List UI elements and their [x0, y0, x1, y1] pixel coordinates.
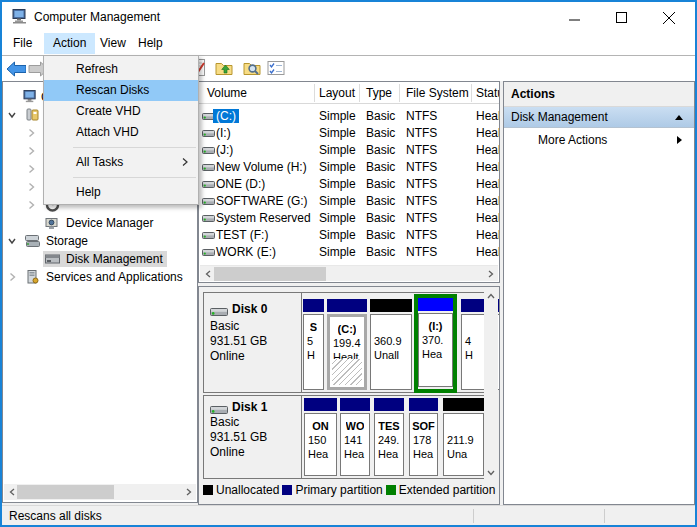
chevron-collapsed-icon[interactable]: [26, 182, 36, 192]
status-text: Rescans all disks: [9, 509, 102, 523]
actions-section-disk-management[interactable]: Disk Management: [504, 107, 694, 128]
submenu-chevron-icon: [182, 157, 188, 167]
tree-scrollbar-thumb[interactable]: [17, 485, 114, 499]
chevron-expanded-icon[interactable]: [7, 236, 17, 246]
partition-i-extended[interactable]: (I:) 370. Hea: [414, 294, 457, 393]
disk-1-label[interactable]: Disk 1 Basic 931.51 GB Online: [204, 396, 302, 478]
partition-unallocated[interactable]: 360.9 Unall: [370, 299, 412, 390]
back-arrow-icon[interactable]: [6, 61, 26, 79]
chevron-collapsed-icon[interactable]: [26, 200, 36, 210]
volume-row[interactable]: ONE (D:) Simple Basic NTFS Healthy: [199, 175, 499, 192]
volume-row[interactable]: TEST (F:) Simple Basic NTFS Healthy: [199, 226, 499, 243]
partition-color-bar: [327, 299, 367, 312]
legend-unallocated-swatch: [203, 485, 213, 495]
volume-horizontal-scrollbar[interactable]: [200, 265, 498, 281]
close-button[interactable]: [646, 2, 692, 33]
partition-software[interactable]: SOF 178 Hea: [409, 398, 438, 476]
volume-row[interactable]: (J:) Simple Basic NTFS Healthy: [199, 141, 499, 158]
maximize-button[interactable]: [598, 2, 644, 33]
chevron-collapsed-icon[interactable]: [26, 164, 36, 174]
disk-size: 931.51 GB: [210, 430, 301, 445]
console-tree-toggle-icon[interactable]: [267, 60, 287, 78]
menu-item-attach-vhd[interactable]: Attach VHD: [44, 122, 198, 143]
more-actions-item[interactable]: More Actions: [504, 128, 694, 152]
volume-list-header: Volume Layout Type File System Status: [199, 82, 499, 104]
volume-row[interactable]: (C:) Simple Basic NTFS Healthy: [199, 107, 499, 124]
volume-list-panel: Volume Layout Type File System Status (C…: [198, 81, 500, 283]
volume-row[interactable]: SOFTWARE (G:) Simple Basic NTFS Healthy: [199, 192, 499, 209]
disk-0-label[interactable]: Disk 0 Basic 931.51 GB Online: [204, 293, 302, 392]
column-header-type[interactable]: Type: [366, 86, 392, 100]
menu-item-create-vhd[interactable]: Create VHD: [44, 101, 198, 122]
collapse-arrow-icon[interactable]: [675, 115, 683, 120]
volume-icon: [202, 249, 215, 256]
disk-0-row: Disk 0 Basic 931.51 GB Online S 5 H: [203, 292, 485, 393]
volume-icon: [202, 215, 215, 222]
disk-vertical-scrollbar[interactable]: [484, 288, 498, 480]
legend-extended-swatch: [386, 485, 396, 495]
disk-1-row: Disk 1 Basic 931.51 GB Online ON 150 Hea: [203, 395, 485, 479]
column-header-volume[interactable]: Volume: [207, 86, 247, 100]
menu-file[interactable]: File: [4, 33, 41, 54]
folder-find-icon[interactable]: [243, 59, 263, 77]
status-bar: Rescans all disks: [2, 505, 695, 525]
action-menu-dropdown: Refresh Rescan Disks Create VHD Attach V…: [43, 55, 199, 205]
menu-action[interactable]: Action: [44, 33, 95, 54]
disk-1-partitions: ON 150 Hea WO 141 Hea TES: [302, 396, 484, 478]
legend-primary: Primary partition: [282, 483, 382, 497]
scroll-up-arrow[interactable]: [484, 288, 498, 303]
tree-item-disk-management[interactable]: Disk Management: [3, 250, 197, 268]
menu-item-help[interactable]: Help: [44, 182, 198, 203]
chevron-expanded-icon[interactable]: [7, 110, 17, 120]
tree-item-services-applications[interactable]: Services and Applications: [3, 268, 197, 286]
scroll-down-arrow[interactable]: [484, 465, 498, 480]
menu-item-all-tasks[interactable]: All Tasks: [44, 152, 198, 173]
volume-scrollbar-thumb[interactable]: [214, 267, 326, 281]
tree-item-device-manager[interactable]: Device Manager: [3, 214, 197, 232]
computer-management-window: Computer Management File Action View Hel…: [0, 0, 697, 527]
partition-test[interactable]: TES 249. Hea: [374, 398, 404, 476]
column-header-filesystem[interactable]: File System: [406, 86, 469, 100]
disk-status: Online: [210, 349, 301, 364]
partition-one[interactable]: ON 150 Hea: [304, 398, 337, 476]
partition-color-bar: [304, 398, 337, 411]
scroll-left-arrow[interactable]: [200, 266, 215, 282]
column-header-layout[interactable]: Layout: [319, 86, 355, 100]
chevron-collapsed-icon[interactable]: [26, 128, 36, 138]
minimize-button[interactable]: [551, 2, 597, 33]
partition-work[interactable]: WO 141 Hea: [340, 398, 370, 476]
column-header-status[interactable]: Status: [476, 86, 500, 100]
chevron-collapsed-icon[interactable]: [26, 146, 36, 156]
legend-unallocated: Unallocated: [203, 483, 279, 497]
folder-up-icon[interactable]: [215, 59, 235, 77]
tree-item-storage[interactable]: Storage: [3, 232, 197, 250]
disk-type: Basic: [210, 415, 301, 430]
menu-item-rescan-disks[interactable]: Rescan Disks: [44, 80, 198, 101]
legend-extended: Extended partition: [386, 483, 496, 497]
volume-row[interactable]: New Volume (H:) Simple Basic NTFS Health…: [199, 158, 499, 175]
services-icon: [25, 270, 40, 284]
system-tools-icon: [25, 108, 40, 122]
volume-row[interactable]: System Reserved Simple Basic NTFS Health…: [199, 209, 499, 226]
partition-color-bar: [409, 398, 438, 411]
tree-horizontal-scrollbar[interactable]: [4, 484, 196, 500]
menu-help[interactable]: Help: [129, 33, 172, 54]
chevron-collapsed-icon[interactable]: [7, 272, 17, 282]
scroll-right-arrow[interactable]: [483, 266, 498, 282]
menu-item-refresh[interactable]: Refresh: [44, 59, 198, 80]
partition-unallocated[interactable]: 211.9 Una: [443, 398, 484, 476]
volume-row[interactable]: WORK (E:) Simple Basic NTFS Healthy: [199, 243, 499, 260]
tree-selection: Disk Management: [43, 251, 167, 267]
partition-system-reserved[interactable]: S 5 H: [303, 299, 324, 390]
volume-icon: [202, 181, 215, 188]
partition-c[interactable]: (C:) 199.4 Healt: [327, 299, 367, 390]
device-manager-icon: [45, 216, 60, 230]
partition-color-bar: [374, 398, 404, 411]
menu-separator: [73, 147, 196, 148]
volume-icon: [202, 198, 215, 205]
actions-title: Actions: [504, 82, 694, 107]
partition-color-bar: [370, 299, 412, 312]
volume-icon: [202, 130, 215, 137]
scroll-right-arrow[interactable]: [181, 484, 196, 500]
volume-row[interactable]: (I:) Simple Basic NTFS Healthy: [199, 124, 499, 141]
